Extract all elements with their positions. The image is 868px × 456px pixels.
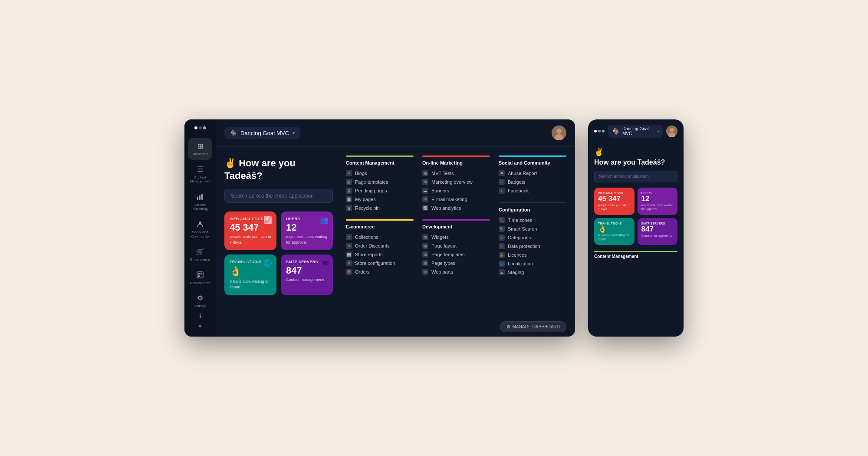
translations-emoji: 👌	[230, 266, 271, 277]
mobile-logo-dot-3	[602, 130, 605, 132]
info-icon[interactable]: ℹ	[199, 312, 201, 319]
logo-dot-2	[199, 126, 202, 129]
menu-item-web-analytics[interactable]: 📈 Web analytics	[422, 204, 490, 212]
mobile-stat-card-smtp[interactable]: SMTP Servers 847 Contact managements	[638, 218, 678, 245]
menu-item-mvt-tests[interactable]: ⊟ MVT Tests	[422, 169, 490, 178]
menu-item-abuse-report[interactable]: ⚑ Abuse Report	[499, 169, 566, 178]
configuration-section-title: Configuration	[499, 207, 566, 212]
menu-column-2: On-line Marketing ⊟ MVT Tests ⊠ Marketin…	[422, 155, 490, 308]
sidebar-item-social[interactable]: Social and Community	[188, 216, 212, 242]
sidebar-nav: ⊞ Dashboard ☰ Content Management	[188, 138, 212, 312]
star-icon[interactable]: ✦	[197, 323, 203, 330]
recycle-bin-icon: 🗑	[346, 205, 352, 211]
topbar: 🐐 Dancing Goat MVC ▾	[216, 119, 575, 147]
sidebar-bottom: ℹ ✦	[197, 312, 203, 330]
greeting-emoji: ✌	[224, 158, 239, 169]
menu-item-store-reports[interactable]: 📊 Store reports	[346, 250, 414, 259]
web-parts-icon: ⊠	[422, 269, 428, 275]
menu-item-blogs[interactable]: ✎ Blogs	[346, 169, 414, 178]
menu-item-categories[interactable]: ⊡ Categories	[499, 233, 566, 242]
svg-rect-7	[198, 275, 200, 277]
menu-item-page-types[interactable]: ⊟ Page types	[422, 259, 490, 268]
menu-item-recycle-bin[interactable]: 🗑 Recycle bin	[346, 204, 414, 212]
dev-page-templates-icon: ⊡	[422, 251, 428, 258]
smart-search-icon: 🔍	[499, 226, 505, 232]
menu-item-page-layout[interactable]: ▤ Page layout	[422, 241, 490, 250]
menu-column-3: Social and Community ⚑ Abuse Report 🛡 Ba…	[499, 155, 566, 308]
menu-item-web-parts[interactable]: ⊠ Web parts	[422, 268, 490, 276]
menu-item-label-web-parts: Web parts	[431, 269, 453, 274]
banners-icon: ▬	[422, 188, 428, 194]
marketing-overview-icon: ⊠	[422, 179, 428, 185]
svg-rect-1	[199, 195, 201, 200]
mobile-stat-card-web-analytics[interactable]: Web analytics 45 347 people visits your …	[594, 188, 635, 215]
menu-item-marketing-overview[interactable]: ⊠ Marketing overview	[422, 178, 490, 186]
greeting: ✌ How are you Tadeáš?	[224, 157, 333, 182]
menu-item-dev-page-templates[interactable]: ⊡ Page templates	[422, 250, 490, 259]
menu-item-badgets[interactable]: 🛡 Badgets	[499, 178, 566, 186]
stat-card-translations[interactable]: Translations 👌 0 translation waiting for…	[224, 254, 276, 295]
mobile-site-selector[interactable]: 🐐 Dancing Goat MVC ▾	[608, 125, 663, 138]
menu-item-banners[interactable]: ▬ Banners	[422, 186, 490, 195]
mobile-avatar[interactable]	[666, 126, 677, 137]
development-section-title: Development	[422, 224, 490, 229]
facebook-icon: f	[499, 188, 505, 194]
stat-number-web-analytics: 45 347	[230, 223, 271, 232]
menu-item-localization[interactable]: 🌐 Localization	[499, 259, 566, 268]
stat-card-web-analytics[interactable]: Web analytics 45 347 people visits your …	[224, 211, 276, 250]
search-bar[interactable]: Search across the entire application	[224, 189, 333, 203]
menu-item-data-protection[interactable]: 🛡 Data protection	[499, 242, 566, 251]
sidebar-item-ecommerce[interactable]: 🛒 E-commerce	[188, 244, 212, 265]
svg-point-3	[199, 221, 201, 224]
menu-item-label-categories: Categories	[508, 235, 531, 240]
page-types-icon: ⊟	[422, 260, 428, 266]
menu-item-time-zones[interactable]: 🔧 Time zones	[499, 216, 566, 225]
mobile-stat-card-translations[interactable]: Translations 👌 0 translation waiting for…	[594, 218, 635, 245]
menu-item-label-collections: Collections	[355, 235, 378, 240]
sidebar-item-online-marketing[interactable]: On-line Marketing	[188, 189, 212, 215]
menu-item-order-discounts[interactable]: % Order Discounts	[346, 241, 414, 250]
menu-item-orders[interactable]: 📦 Orders	[346, 268, 414, 276]
mobile-stat-desc-web-analytics: people visits your site in 7 days.	[598, 203, 631, 211]
sidebar-item-dashboard[interactable]: ⊞ Dashboard	[188, 138, 212, 160]
avatar[interactable]	[552, 126, 566, 140]
mobile-stat-card-users[interactable]: Users 12 registered users waiting for ap…	[638, 188, 678, 215]
menu-item-label-page-layout: Page layout	[431, 243, 457, 248]
mobile-stat-label-users: Users	[641, 192, 674, 195]
collections-icon: ⊡	[346, 234, 352, 240]
menu-item-staging[interactable]: ☁ Staging	[499, 268, 566, 277]
menu-item-collections[interactable]: ⊡ Collections	[346, 233, 414, 241]
menu-item-smart-search[interactable]: 🔍 Smart Search	[499, 225, 566, 233]
menu-item-pending-pages[interactable]: ⌛ Pending pages	[346, 186, 414, 195]
sidebar-item-development[interactable]: Development	[188, 267, 212, 289]
menu-item-label-banners: Banners	[431, 188, 449, 193]
svg-rect-6	[201, 273, 202, 274]
menu-item-my-pages[interactable]: 📄 My pages	[346, 195, 414, 204]
mobile-logo-dot-2	[598, 130, 601, 132]
menu-item-store-config[interactable]: ⚙ Store configuration	[346, 259, 414, 268]
menu-item-email-marketing[interactable]: ✉ E-mail marketing	[422, 195, 490, 204]
mobile-chevron-icon: ▾	[658, 129, 659, 133]
stat-card-users[interactable]: Users 12 registered users waiting for ap…	[281, 211, 333, 250]
manage-dashboard-button[interactable]: ⚙ MANAGE DASHBOARD	[500, 321, 566, 332]
mobile-greeting-emoji: ✌	[594, 147, 677, 157]
menu-item-page-templates[interactable]: ▤ Page templates	[346, 178, 414, 186]
mobile-stat-label-smtp: SMTP Servers	[641, 222, 674, 225]
mobile-search-bar[interactable]: Search across application	[594, 171, 677, 182]
web-analytics-icon: 📈	[263, 216, 272, 224]
site-selector[interactable]: 🐐 Dancing Goat MVC ▾	[224, 127, 300, 139]
social-icon	[196, 220, 204, 228]
order-discounts-icon: %	[346, 243, 352, 249]
stat-card-smtp[interactable]: SMTP Servers 847 Contact managements ✉	[281, 254, 333, 295]
mobile-panel: 🐐 Dancing Goat MVC ▾ ✌ How are you Tadeá…	[588, 119, 684, 337]
menu-item-facebook[interactable]: f Facebook	[499, 186, 566, 195]
divider	[499, 202, 566, 203]
svg-rect-0	[197, 197, 198, 200]
menu-item-label-store-reports: Store reports	[355, 252, 383, 257]
menu-item-licences[interactable]: 🔒 Licences	[499, 251, 566, 259]
sidebar-item-settings[interactable]: ⚙ Settings	[188, 290, 212, 312]
online-marketing-section-bar	[422, 155, 490, 157]
menu-item-widgets[interactable]: ⊡ Widgets	[422, 233, 490, 241]
menu-item-label-smart-search: Smart Search	[508, 226, 537, 231]
sidebar-item-content-management[interactable]: ☰ Content Management	[188, 162, 212, 187]
